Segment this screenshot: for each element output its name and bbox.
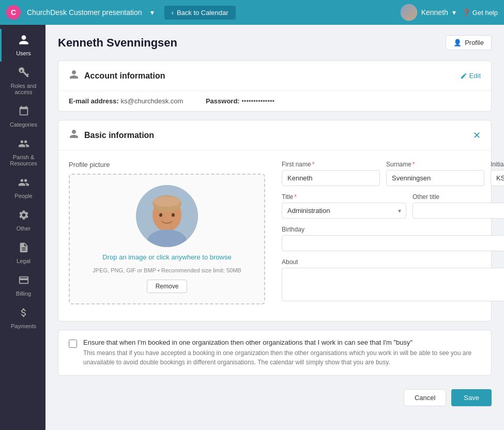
upload-link[interactable]: Drop an image or click anywhere to brows… [102, 253, 231, 261]
people-icon [18, 177, 29, 191]
profile-button[interactable]: 👤 Profile [446, 35, 492, 50]
gear-icon [18, 209, 29, 223]
remove-button[interactable]: Remove [147, 280, 188, 293]
sidebar: Users Roles and access Categories Parish… [0, 25, 45, 430]
checkbox-description: This means that if you have accepted a b… [83, 348, 481, 367]
birthday-label: Birthday [282, 226, 504, 233]
sidebar-item-label: Legal [17, 258, 30, 264]
surname-label: Surname* [386, 161, 484, 168]
sidebar-item-parish[interactable]: Parish & Resources [0, 133, 45, 172]
org-dropdown-icon[interactable]: ▾ [150, 8, 154, 17]
payments-icon [18, 307, 29, 321]
avatar [401, 4, 417, 21]
other-title-group: Other title [413, 193, 504, 219]
profile-avatar [136, 185, 198, 247]
save-button[interactable]: Save [451, 389, 492, 406]
account-info-title: Account information [84, 71, 165, 81]
title-row: Title* Administration Pastor Priest Deac… [282, 193, 504, 219]
title-label: Title* [282, 193, 406, 201]
back-arrow-icon: ‹ [172, 9, 174, 17]
parish-icon [18, 138, 29, 152]
upload-hint: JPEG, PNG, GIF or BMP • Recommended size… [93, 267, 241, 273]
image-upload-box[interactable]: Drop an image or click anywhere to brows… [69, 174, 265, 304]
basic-info-title: Basic information [84, 131, 154, 140]
sidebar-item-label: Roles and access [4, 83, 43, 95]
sidebar-item-payments[interactable]: Payments [0, 302, 45, 334]
basic-info-card: Basic information ✕ Profile picture [58, 120, 492, 321]
org-name: ChurchDesk Customer presentation [27, 8, 142, 17]
name-row: First name* Surname* Initials [282, 161, 504, 186]
birthday-group: Birthday [282, 226, 504, 251]
sidebar-item-label: Billing [16, 290, 31, 297]
surname-group: Surname* [386, 161, 484, 186]
help-icon: ❓ [462, 9, 470, 17]
first-name-group: First name* [282, 161, 380, 186]
sidebar-item-other[interactable]: Other [0, 204, 45, 237]
booking-checkbox[interactable] [69, 340, 77, 348]
user-menu[interactable]: Kenneth ▾ [401, 4, 456, 21]
svg-point-7 [172, 213, 175, 217]
account-info-row: E-mail address: ks@churchdesk.com Passwo… [58, 91, 491, 111]
svg-point-6 [159, 213, 162, 217]
other-title-label: Other title [413, 193, 504, 201]
initials-input[interactable] [491, 170, 504, 186]
svg-point-3 [154, 196, 180, 207]
booking-checkbox-card: Ensure that when I'm booked in one organ… [58, 330, 492, 376]
main-content: Kenneth Svenningsen 👤 Profile Account in… [45, 25, 504, 430]
sidebar-item-label: Users [16, 50, 31, 56]
surname-input[interactable] [386, 170, 484, 186]
about-textarea[interactable] [282, 268, 504, 301]
first-name-label: First name* [282, 161, 380, 168]
help-button[interactable]: ❓ Get help [462, 9, 498, 17]
org-initial: C [6, 5, 21, 20]
first-name-input[interactable] [282, 170, 380, 186]
users-icon [18, 34, 29, 48]
billing-icon [18, 274, 29, 288]
basic-info-icon [69, 129, 79, 142]
user-dropdown-icon: ▾ [452, 8, 456, 17]
edit-button[interactable]: Edit [460, 72, 481, 80]
account-info-card: Account information Edit E-mail address:… [58, 60, 492, 112]
cancel-button[interactable]: Cancel [404, 389, 446, 406]
basic-info-body: Profile picture [58, 150, 491, 321]
account-info-header: Account information Edit [58, 61, 491, 91]
sidebar-item-billing[interactable]: Billing [0, 269, 45, 302]
account-icon [69, 69, 79, 82]
initials-label: Initials [491, 161, 504, 168]
sidebar-item-label: People [14, 193, 32, 199]
title-group: Title* Administration Pastor Priest Deac… [282, 193, 406, 219]
birthday-input[interactable] [282, 235, 504, 251]
sidebar-item-categories[interactable]: Categories [0, 100, 45, 133]
other-title-input[interactable] [413, 203, 504, 219]
checkbox-title: Ensure that when I'm booked in one organ… [83, 339, 481, 346]
about-row: About [282, 258, 504, 301]
about-label: About [282, 258, 504, 266]
profile-picture-label: Profile picture [69, 161, 265, 168]
basic-info-header: Basic information ✕ [58, 120, 491, 150]
page-header: Kenneth Svenningsen 👤 Profile [58, 35, 492, 50]
sidebar-item-roles[interactable]: Roles and access [0, 62, 45, 100]
key-icon [18, 67, 29, 81]
top-navigation: C ChurchDesk Customer presentation ▾ ‹ B… [0, 0, 504, 25]
calendar-icon [18, 105, 29, 119]
about-group: About [282, 258, 504, 301]
sidebar-item-label: Parish & Resources [4, 154, 43, 166]
form-fields: First name* Surname* Initials [282, 161, 504, 309]
sidebar-item-label: Payments [11, 323, 36, 329]
form-footer: Cancel Save [58, 384, 492, 411]
sidebar-item-users[interactable]: Users [0, 29, 45, 62]
sidebar-item-label: Other [17, 225, 31, 232]
page-title: Kenneth Svenningsen [58, 36, 177, 50]
title-select-wrap: Administration Pastor Priest Deacon Othe… [282, 203, 406, 219]
user-name: Kenneth [421, 8, 448, 17]
sidebar-item-legal[interactable]: Legal [0, 237, 45, 269]
initials-group: Initials [491, 161, 504, 186]
sidebar-item-people[interactable]: People [0, 172, 45, 204]
back-to-calendar-button[interactable]: ‹ Back to Calendar [164, 6, 236, 20]
profile-picture-section: Profile picture [69, 161, 265, 309]
checkbox-text: Ensure that when I'm booked in one organ… [83, 339, 481, 367]
close-button[interactable]: ✕ [473, 130, 481, 141]
sidebar-item-label: Categories [10, 121, 37, 128]
legal-icon [18, 242, 29, 256]
title-select[interactable]: Administration Pastor Priest Deacon Othe… [282, 203, 406, 219]
